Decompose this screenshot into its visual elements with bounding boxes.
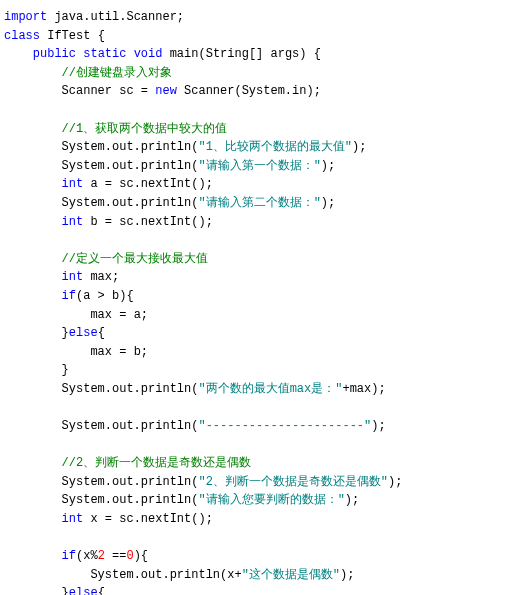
code-text: } (62, 326, 69, 340)
comment: //定义一个最大接收最大值 (62, 252, 208, 266)
code-text: ){ (134, 549, 148, 563)
keyword-static: static (83, 47, 126, 61)
code-text: } (62, 363, 69, 377)
code-text: } (62, 586, 69, 595)
code-text: System.out.println( (62, 159, 199, 173)
code-text: System.out.println(x+ (90, 568, 241, 582)
code-line: int x = sc.nextInt(); (4, 510, 507, 529)
code-text: System.out.println( (62, 140, 199, 154)
keyword-else: else (69, 586, 98, 595)
code-text: a = sc.nextInt(); (83, 177, 213, 191)
code-line: if(a > b){ (4, 287, 507, 306)
code-text: max; (83, 270, 119, 284)
code-line: //创建键盘录入对象 (4, 64, 507, 83)
code-text: java.util.Scanner; (47, 10, 184, 24)
code-text: IfTest { (40, 29, 105, 43)
code-text: +max); (342, 382, 385, 396)
code-line: System.out.println("2、判断一个数据是奇数还是偶数"); (4, 473, 507, 492)
code-line: max = b; (4, 343, 507, 362)
blank-line (4, 529, 507, 548)
code-text: System.out.println( (62, 493, 199, 507)
code-line: int a = sc.nextInt(); (4, 175, 507, 194)
keyword-int: int (62, 177, 84, 191)
code-line: int b = sc.nextInt(); (4, 213, 507, 232)
code-text: ); (388, 475, 402, 489)
code-line: System.out.println("请输入第二个数据："); (4, 194, 507, 213)
keyword-int: int (62, 270, 84, 284)
code-text: x = sc.nextInt(); (83, 512, 213, 526)
code-line: //2、判断一个数据是奇数还是偶数 (4, 454, 507, 473)
code-text: Scanner sc = (62, 84, 156, 98)
code-line: System.out.println("请输入您要判断的数据："); (4, 491, 507, 510)
string-literal: "1、比较两个数据的最大值" (198, 140, 352, 154)
code-text: == (105, 549, 127, 563)
code-line: System.out.println("两个数的最大值max是："+max); (4, 380, 507, 399)
string-literal: "请输入您要判断的数据：" (198, 493, 344, 507)
code-line: import java.util.Scanner; (4, 8, 507, 27)
number-literal: 2 (98, 549, 105, 563)
code-text: ); (340, 568, 354, 582)
code-text: ); (371, 419, 385, 433)
keyword-int: int (62, 215, 84, 229)
blank-line (4, 398, 507, 417)
code-line: if(x%2 ==0){ (4, 547, 507, 566)
code-line: max = a; (4, 306, 507, 325)
keyword-int: int (62, 512, 84, 526)
code-line: System.out.println("--------------------… (4, 417, 507, 436)
code-line: public static void main(String[] args) { (4, 45, 507, 64)
code-text: ); (352, 140, 366, 154)
blank-line (4, 231, 507, 250)
code-line: Scanner sc = new Scanner(System.in); (4, 82, 507, 101)
code-line: System.out.println(x+"这个数据是偶数"); (4, 566, 507, 585)
code-text: { (98, 586, 105, 595)
keyword-new: new (155, 84, 177, 98)
string-literal: "----------------------" (198, 419, 371, 433)
string-literal: "2、判断一个数据是奇数还是偶数" (198, 475, 388, 489)
code-line: //1、获取两个数据中较大的值 (4, 120, 507, 139)
code-text: System.out.println( (62, 419, 199, 433)
number-literal: 0 (126, 549, 133, 563)
code-line: class IfTest { (4, 27, 507, 46)
comment: //创建键盘录入对象 (62, 66, 172, 80)
string-literal: "请输入第一个数据：" (198, 159, 320, 173)
comment: //1、获取两个数据中较大的值 (62, 122, 228, 136)
keyword-public: public (33, 47, 76, 61)
string-literal: "这个数据是偶数" (242, 568, 340, 582)
code-text: (x% (76, 549, 98, 563)
code-text: main(String[] args) { (162, 47, 320, 61)
code-text: ); (345, 493, 359, 507)
keyword-else: else (69, 326, 98, 340)
code-text: ); (321, 159, 335, 173)
code-text: max = b; (90, 345, 148, 359)
comment: //2、判断一个数据是奇数还是偶数 (62, 456, 252, 470)
keyword-class: class (4, 29, 40, 43)
code-text: System.out.println( (62, 196, 199, 210)
code-line: int max; (4, 268, 507, 287)
code-text: System.out.println( (62, 382, 199, 396)
code-text: Scanner(System.in); (177, 84, 321, 98)
blank-line (4, 436, 507, 455)
code-text: System.out.println( (62, 475, 199, 489)
code-line: }else{ (4, 324, 507, 343)
keyword-import: import (4, 10, 47, 24)
string-literal: "请输入第二个数据：" (198, 196, 320, 210)
code-text: (a > b){ (76, 289, 134, 303)
keyword-if: if (62, 289, 76, 303)
indent (4, 47, 33, 61)
code-line: System.out.println("1、比较两个数据的最大值"); (4, 138, 507, 157)
keyword-if: if (62, 549, 76, 563)
code-block: import java.util.Scanner; class IfTest {… (4, 8, 507, 595)
code-line: System.out.println("请输入第一个数据："); (4, 157, 507, 176)
code-line: //定义一个最大接收最大值 (4, 250, 507, 269)
code-line: } (4, 361, 507, 380)
code-text: ); (321, 196, 335, 210)
blank-line (4, 101, 507, 120)
code-text: b = sc.nextInt(); (83, 215, 213, 229)
keyword-void: void (134, 47, 163, 61)
code-text: max = a; (90, 308, 148, 322)
code-text: { (98, 326, 105, 340)
string-literal: "两个数的最大值max是：" (198, 382, 342, 396)
code-line: }else{ (4, 584, 507, 595)
